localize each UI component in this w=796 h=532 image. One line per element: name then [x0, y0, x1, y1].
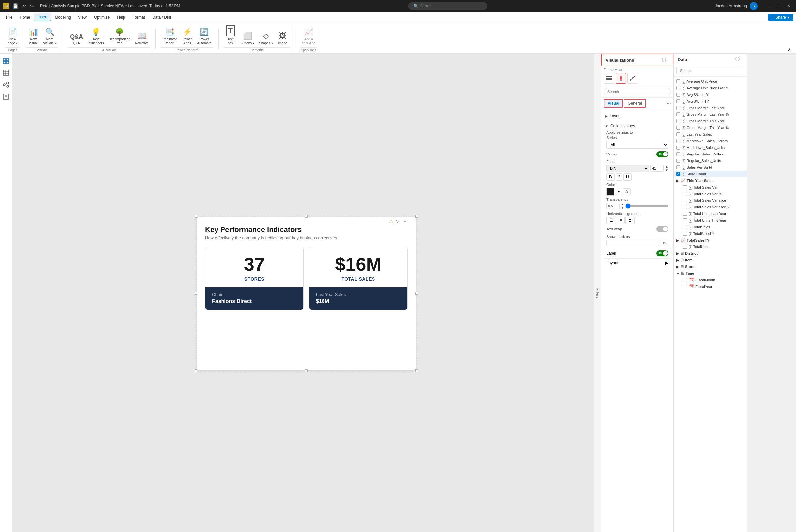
- data-group-item[interactable]: ▶ ⊞ Item: [674, 257, 747, 263]
- data-item-last-year-sales[interactable]: ∑ Last Year Sales: [674, 131, 747, 138]
- textwrap-toggle[interactable]: Off: [656, 226, 668, 232]
- checkbox-avg-unit-ty[interactable]: [676, 99, 681, 103]
- data-item-fiscal-year[interactable]: 📅 FiscalYear: [681, 283, 747, 290]
- data-group-header-totalsalesty[interactable]: ▶ 📈 TotalSalesTY: [674, 237, 747, 244]
- values-toggle[interactable]: On: [656, 151, 668, 157]
- data-search-input[interactable]: [676, 67, 744, 74]
- menu-item-optimize[interactable]: Optimize: [91, 14, 113, 21]
- data-group-header-tys[interactable]: ▶ 📈 This Year Sales: [674, 177, 747, 184]
- handle-br[interactable]: [415, 369, 418, 372]
- menu-item-file[interactable]: File: [3, 14, 16, 21]
- format-fields-button[interactable]: [604, 73, 614, 84]
- paginated-report-button[interactable]: 📑 Paginatedreport: [160, 26, 179, 46]
- layout-section-header[interactable]: ▶ Layout: [604, 112, 671, 120]
- checkbox-last-year-sales[interactable]: [676, 132, 681, 136]
- handle-tc[interactable]: [305, 215, 308, 218]
- more-visuals-button[interactable]: 🔍 Morevisuals ▾: [41, 26, 58, 46]
- data-item-total-units-ty[interactable]: ∑ Total Units This Year: [681, 217, 747, 224]
- kpi-visual-container[interactable]: ⚠ ▽ ··· Key Performance Indicators How e…: [197, 217, 416, 369]
- align-center-button[interactable]: ≡: [617, 217, 625, 224]
- handle-ml[interactable]: [195, 292, 197, 295]
- checkbox-regular-sales-units[interactable]: [676, 159, 681, 163]
- cb-totalsalesly[interactable]: [683, 232, 687, 235]
- decomposition-tree-button[interactable]: 🌳 Decompositiontree: [107, 26, 132, 46]
- text-box-button[interactable]: T Textbox: [223, 24, 238, 46]
- redo-button[interactable]: ↪: [29, 3, 35, 9]
- data-item-totalunits[interactable]: ∑ TotalUnits: [681, 244, 747, 250]
- data-item-markdown-sales-units[interactable]: ∑ Markdown_Sales_Units: [674, 144, 747, 151]
- maximize-button[interactable]: □: [774, 3, 783, 9]
- expand-viz-right-button[interactable]: 》: [664, 57, 669, 63]
- add-sparkline-button[interactable]: 📈 Add asparkline: [300, 26, 317, 46]
- sidebar-icon-table[interactable]: [1, 68, 11, 77]
- menu-item-modeling[interactable]: Modeling: [51, 14, 74, 21]
- data-item-total-sales-var-pct[interactable]: ∑ Total Sales Var %: [681, 191, 747, 197]
- data-group-header-district[interactable]: ▶ ⊞ District: [674, 250, 747, 257]
- handle-tl[interactable]: [195, 215, 197, 218]
- data-item-total-units-ly[interactable]: ∑ Total Units Last Year: [681, 210, 747, 217]
- color-dropdown-button[interactable]: ▾: [616, 189, 622, 195]
- data-item-avg-unit-price[interactable]: ∑ Average Unit Price: [674, 78, 747, 85]
- cb-total-sales-variance-pct[interactable]: [683, 205, 687, 209]
- data-item-totalsales[interactable]: ∑ TotalSales: [681, 224, 747, 230]
- bold-button[interactable]: B: [606, 173, 615, 180]
- checkbox-gm-ty-pct[interactable]: [676, 126, 681, 130]
- checkbox-markdown-sales-units[interactable]: [676, 146, 681, 150]
- cb-total-units-ty[interactable]: [683, 218, 687, 222]
- align-left-button[interactable]: ☰: [606, 217, 616, 224]
- buttons-button[interactable]: ⬜ Buttons ▾: [238, 27, 256, 46]
- handle-tr[interactable]: [415, 215, 418, 218]
- checkbox-markdown-sales-dollars[interactable]: [676, 139, 681, 143]
- italic-button[interactable]: I: [616, 173, 622, 180]
- viz-search-input[interactable]: [604, 88, 671, 95]
- narrative-button[interactable]: 📖 Narrative: [133, 27, 151, 46]
- qa-button[interactable]: Q&A Q&A: [68, 27, 85, 46]
- global-search-input[interactable]: [420, 4, 480, 8]
- font-size-stepper-up[interactable]: ▲▼: [665, 165, 668, 172]
- menu-item-data-drill[interactable]: Data / Drill: [149, 14, 174, 21]
- menu-item-help[interactable]: Help: [113, 14, 128, 21]
- handle-mr[interactable]: [415, 292, 418, 295]
- checkbox-regular-sales-dollars[interactable]: [676, 152, 681, 156]
- font-size-input[interactable]: [650, 165, 664, 172]
- checkbox-gm-ly-pct[interactable]: [676, 113, 681, 116]
- data-group-time[interactable]: ▼ ⊞ Time 📅 FiscalMonth 📅 Fi: [674, 270, 747, 290]
- expand-data-left-button[interactable]: 《: [733, 56, 737, 62]
- user-avatar[interactable]: JA: [749, 2, 758, 10]
- cb-fiscal-year[interactable]: [683, 285, 687, 288]
- power-automate-button[interactable]: 🔄 PowerAutomate: [195, 26, 214, 46]
- cb-total-sales-var[interactable]: [683, 185, 687, 189]
- cb-total-sales-variance[interactable]: [683, 198, 687, 203]
- transparency-stepper[interactable]: ▲▼: [621, 203, 624, 210]
- tab-more-button[interactable]: ···: [667, 100, 671, 106]
- data-item-avg-unit-price-ly[interactable]: ∑ Average Unit Price Last Y...: [674, 85, 747, 91]
- data-item-gm-ty-pct[interactable]: ∑ Gross Margin This Year %: [674, 125, 747, 131]
- cb-total-sales-var-pct[interactable]: [683, 192, 687, 196]
- sidebar-icon-report[interactable]: [1, 56, 11, 65]
- data-item-total-sales-var[interactable]: ∑ Total Sales Var: [681, 184, 747, 191]
- color-fx-button[interactable]: fx: [623, 188, 631, 195]
- data-item-markdown-sales-dollars[interactable]: ∑ Markdown_Sales_Dollars: [674, 138, 747, 144]
- checkbox-gm-ty[interactable]: [676, 119, 681, 123]
- data-group-header-time[interactable]: ▼ ⊞ Time: [674, 270, 747, 277]
- save-button[interactable]: 💾: [11, 3, 20, 9]
- key-influencers-button[interactable]: 💡 Keyinfluencers: [86, 26, 106, 46]
- image-button[interactable]: 🖼 Image: [275, 27, 290, 46]
- collapse-viz-left-button[interactable]: 《: [659, 57, 664, 63]
- font-family-select[interactable]: DIN: [606, 165, 649, 172]
- expand-data-right-button[interactable]: 》: [738, 56, 743, 62]
- label-toggle[interactable]: On: [656, 250, 668, 256]
- cb-totalunits[interactable]: [683, 245, 687, 249]
- new-page-button[interactable]: 📄 Newpage ▾: [5, 26, 20, 46]
- kpi-visual[interactable]: ⚠ ▽ ··· Key Performance Indicators How e…: [197, 217, 416, 369]
- sidebar-icon-dag[interactable]: [1, 92, 11, 101]
- checkbox-sales-per-sq-ft[interactable]: [676, 166, 681, 169]
- showblank-input[interactable]: [606, 240, 659, 246]
- new-visual-button[interactable]: 📊 Newvisual: [26, 26, 41, 46]
- cb-totalsales[interactable]: [683, 225, 687, 229]
- data-item-avg-unit-ty[interactable]: ∑ Avg $/Unit TY: [674, 98, 747, 104]
- cb-fiscal-month[interactable]: [683, 278, 687, 282]
- checkbox-gm-ly[interactable]: [676, 106, 681, 110]
- share-button[interactable]: ↑ Share ▾: [768, 14, 793, 21]
- more-options-icon[interactable]: ···: [402, 219, 406, 224]
